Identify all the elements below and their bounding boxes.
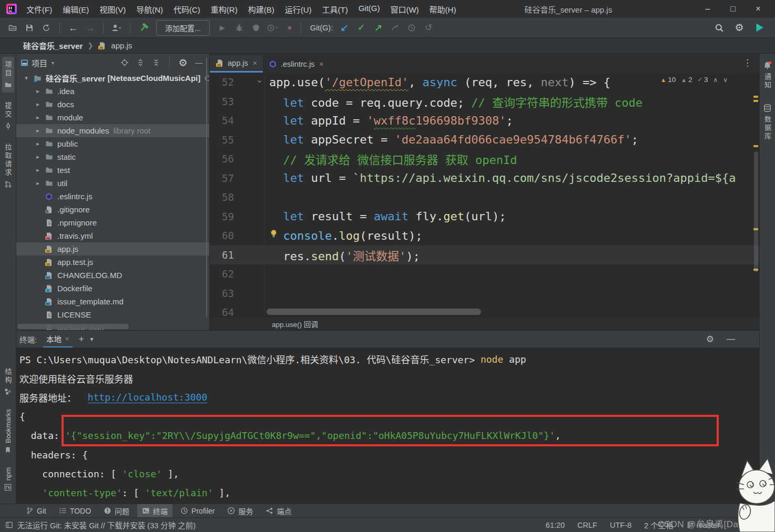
menu-item-2[interactable]: 视图(V) bbox=[94, 1, 131, 17]
settings-button[interactable]: ⚙ bbox=[177, 56, 189, 69]
collapse-all-button[interactable] bbox=[150, 56, 162, 69]
sync-button[interactable] bbox=[39, 21, 54, 35]
tool-window-button-npm[interactable]: npm bbox=[3, 463, 13, 495]
inspection-warning[interactable]: ▲10 bbox=[660, 76, 676, 84]
status-widget-61:20[interactable]: 61:20 bbox=[546, 521, 565, 529]
search-button[interactable] bbox=[712, 21, 727, 35]
menu-item-5[interactable]: 重构(R) bbox=[206, 1, 243, 17]
inspection-weak-warning[interactable]: ▲2 bbox=[681, 76, 692, 84]
tree-item-test[interactable]: ▸test bbox=[16, 163, 209, 177]
menu-item-7[interactable]: 运行(U) bbox=[280, 1, 317, 17]
editor-horizontal-scrollbar[interactable] bbox=[267, 309, 481, 315]
chevron-down-icon[interactable]: ▾ bbox=[90, 335, 94, 343]
tree-item-.gitignore[interactable]: .gitignore bbox=[16, 203, 209, 216]
git-cherry-button[interactable] bbox=[388, 21, 402, 35]
chevron-right-icon[interactable]: ▸ bbox=[32, 101, 44, 108]
status-message[interactable]: 无法运行 Git: 未安装 Git // 下载并安装 (33 分钟 之前) bbox=[17, 519, 196, 530]
menu-item-8[interactable]: 工具(T) bbox=[317, 1, 353, 17]
tree-item-.eslintrc.js[interactable]: .eslintrc.js bbox=[16, 190, 209, 203]
terminal-tab-local[interactable]: 本地 × bbox=[43, 331, 73, 347]
menu-item-6[interactable]: 构建(B) bbox=[243, 1, 280, 17]
chevron-right-icon[interactable]: ▸ bbox=[32, 88, 44, 95]
tab-options-kebab-icon[interactable]: ⋮ bbox=[743, 57, 759, 73]
tab-close-icon[interactable]: × bbox=[253, 59, 257, 67]
tool-window-button-endpoints[interactable]: 端点 bbox=[261, 504, 296, 517]
tool-window-toggle-icon[interactable] bbox=[5, 521, 13, 529]
run-configuration-button[interactable]: 添加配置... bbox=[156, 20, 210, 36]
tool-window-button-notifications[interactable]: 通知 bbox=[761, 57, 773, 94]
menu-item-11[interactable]: 帮助(H) bbox=[424, 1, 462, 17]
git-push-button[interactable]: ↗ bbox=[371, 21, 385, 35]
tree-item-硅谷音乐_server[interactable]: ▾硅谷音乐_server [NeteaseCloudMusicApi]C:\ bbox=[16, 71, 209, 85]
editor-tab-app.js[interactable]: JSapp.js× bbox=[210, 55, 263, 73]
rollback-button[interactable]: ↺ bbox=[421, 21, 436, 35]
chevron-right-icon[interactable]: ▸ bbox=[32, 180, 44, 187]
menu-item-1[interactable]: 编辑(E) bbox=[57, 1, 94, 17]
intention-bulb-icon[interactable] bbox=[270, 229, 278, 238]
tool-window-button-database[interactable]: 数据库 bbox=[761, 99, 773, 145]
coverage-button[interactable] bbox=[249, 21, 263, 35]
close-button[interactable]: × bbox=[746, 0, 771, 18]
terminal-settings-gear-icon[interactable]: ⚙ bbox=[706, 335, 714, 344]
menu-item-4[interactable]: 代码(C) bbox=[168, 1, 206, 17]
git-update-button[interactable]: ↙ bbox=[337, 21, 352, 35]
fold-marker-icon[interactable] bbox=[257, 79, 263, 85]
tree-item-app.test.js[interactable]: JSapp.test.js bbox=[16, 255, 209, 269]
tree-item-.idea[interactable]: ▸.idea bbox=[16, 85, 209, 98]
tool-window-button-services[interactable]: 服务 bbox=[222, 504, 258, 517]
tool-window-button-todo[interactable]: TODO bbox=[54, 504, 96, 517]
tree-item-module[interactable]: ▸module bbox=[16, 111, 209, 124]
tree-item-node_modules[interactable]: ▸node_moduleslibrary root bbox=[16, 124, 209, 137]
tab-close-icon[interactable]: × bbox=[319, 60, 323, 68]
tree-item-docs[interactable]: ▸docs bbox=[16, 98, 209, 111]
tree-item-.travis.yml[interactable]: YML.travis.yml bbox=[16, 229, 209, 242]
tool-window-button-problems[interactable]: 问题 bbox=[99, 504, 134, 517]
hammer-button[interactable] bbox=[136, 21, 151, 35]
editor-tab-.eslintrc.js[interactable]: .eslintrc.js× bbox=[263, 55, 330, 73]
open-folder-button[interactable] bbox=[5, 21, 20, 35]
tree-item-Dockerfile[interactable]: DDockerfile bbox=[16, 282, 209, 295]
chevron-right-icon[interactable]: ▸ bbox=[32, 154, 44, 160]
project-panel-title[interactable]: 项目 bbox=[32, 57, 47, 68]
tool-window-button-project[interactable]: 项目 bbox=[2, 57, 14, 93]
tree-item-static[interactable]: ▸static bbox=[16, 150, 209, 163]
tool-window-button-commit[interactable]: 提交 bbox=[2, 98, 14, 134]
tree-item-CHANGELOG.MD[interactable]: MDCHANGELOG.MD bbox=[16, 269, 209, 282]
breadcrumb-file[interactable]: app.js bbox=[111, 41, 132, 50]
editor-vertical-scrollbar[interactable] bbox=[754, 151, 758, 272]
menu-item-10[interactable]: 窗口(W) bbox=[385, 1, 424, 17]
tool-window-button-pull-requests[interactable]: 拉取请求 bbox=[2, 139, 14, 192]
close-icon[interactable]: × bbox=[65, 335, 69, 343]
save-button[interactable] bbox=[22, 21, 37, 35]
hide-panel-icon[interactable]: — bbox=[727, 335, 735, 343]
chevron-right-icon[interactable]: ▸ bbox=[32, 114, 44, 121]
chevron-right-icon[interactable]: ▸ bbox=[32, 140, 44, 147]
tool-window-button-structure[interactable]: 结构 bbox=[2, 364, 14, 400]
status-widget-UTF-8[interactable]: UTF-8 bbox=[610, 521, 631, 529]
minimize-button[interactable]: – bbox=[695, 0, 720, 18]
next-issue-icon[interactable]: ∨ bbox=[723, 76, 728, 84]
inspection-ok[interactable]: ✓3 bbox=[698, 76, 708, 84]
breadcrumb-project[interactable]: 硅谷音乐_server bbox=[23, 40, 83, 51]
status-widget-CRLF[interactable]: CRLF bbox=[577, 521, 597, 529]
localhost-link[interactable]: http://localhost:3000 bbox=[88, 392, 208, 403]
history-button[interactable] bbox=[404, 21, 419, 35]
logo-plugin-button[interactable] bbox=[752, 21, 767, 35]
tree-horizontal-scrollbar[interactable] bbox=[17, 324, 129, 329]
tree-item-issue_template.md[interactable]: MDissue_template.md bbox=[16, 295, 209, 308]
user-button[interactable] bbox=[109, 21, 124, 35]
stop-button[interactable]: ■ bbox=[282, 21, 297, 35]
settings-button[interactable]: ⚙ bbox=[732, 21, 747, 35]
hide-button[interactable]: — bbox=[192, 56, 205, 69]
tree-item-util[interactable]: ▸util bbox=[16, 177, 209, 190]
chevron-right-icon[interactable]: ▸ bbox=[32, 167, 44, 173]
tree-item-.npmignore[interactable]: .npmignore bbox=[16, 216, 209, 229]
back-button[interactable]: ← bbox=[66, 21, 80, 35]
maximize-button[interactable]: □ bbox=[720, 0, 746, 18]
tool-window-button-bookmarks[interactable]: Bookmarks bbox=[3, 405, 13, 458]
new-terminal-plus-icon[interactable]: + bbox=[79, 334, 84, 344]
profiler-button[interactable] bbox=[266, 21, 280, 35]
tool-window-button-terminal[interactable]: 终端 bbox=[137, 504, 172, 517]
locate-button[interactable] bbox=[118, 56, 131, 69]
tree-item-app.js[interactable]: JSapp.js bbox=[16, 242, 209, 255]
